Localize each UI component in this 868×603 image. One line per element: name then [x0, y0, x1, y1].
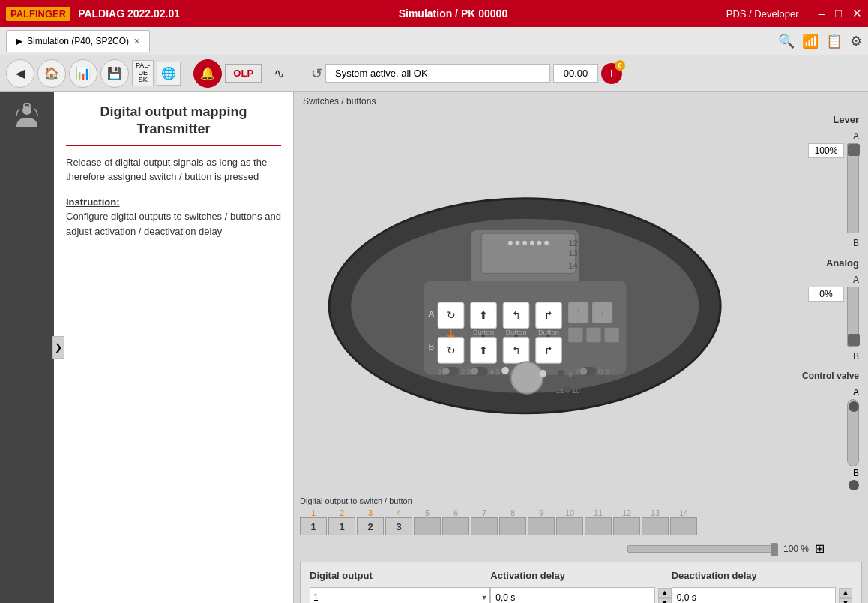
lever-a-control: 100%	[808, 143, 859, 233]
output-box-9[interactable]	[528, 518, 555, 536]
app-name: PALDIAG 2022.02.01	[78, 8, 180, 20]
svg-text:3: 3	[467, 367, 471, 375]
activation-down-btn[interactable]: ▼	[658, 598, 672, 604]
output-num-3: 3	[357, 508, 384, 518]
svg-rect-40	[605, 328, 619, 342]
svg-text:⬆: ⬆	[479, 310, 488, 321]
wifi-icon[interactable]: 📶	[802, 33, 819, 50]
wheel-svg: 12 13 14 A ↻	[311, 186, 746, 418]
minimize-btn[interactable]: –	[819, 7, 825, 20]
activation-delay-spinner[interactable]: ▲ ▼	[658, 588, 672, 604]
simulation-tab[interactable]: ▶ Simulation (P40, SP2CO) ✕	[6, 30, 150, 52]
sidebar-collapse-btn[interactable]: ❯	[52, 336, 64, 358]
h-slider-track[interactable]	[627, 545, 777, 553]
tab-bar: ▶ Simulation (P40, SP2CO) ✕ 🔍 📶 📋 ⚙	[0, 27, 868, 56]
panel-title: Digital output mappingTransmitter	[66, 104, 281, 139]
output-num-14: 14	[670, 508, 697, 518]
delay-section: Digital output Activation delay Deactiva…	[300, 562, 862, 603]
svg-rect-38	[568, 328, 582, 342]
wave-button[interactable]: ∿	[265, 59, 293, 88]
svg-text:13: 13	[568, 248, 578, 257]
save-button[interactable]: 💾	[100, 59, 129, 88]
globe-button[interactable]: 🌐	[157, 62, 181, 86]
output-box-12[interactable]	[613, 518, 640, 536]
tab-label: Simulation (P40, SP2CO)	[27, 36, 129, 46]
output-box-1[interactable]: 1	[300, 518, 327, 536]
simulation-title: Simulation / PK 00000	[187, 8, 719, 20]
search-icon[interactable]: 🔍	[778, 33, 795, 50]
info-button[interactable]: i 0	[601, 63, 622, 84]
output-select-wrapper: 1 2 3 ▼	[310, 587, 490, 603]
svg-text:A: A	[429, 308, 435, 318]
sidebar-user-icon[interactable]	[8, 98, 46, 135]
pal-button[interactable]: PAL-DESK	[132, 60, 154, 87]
lever-a-track[interactable]	[847, 143, 859, 233]
back-button[interactable]: ◀	[6, 59, 34, 88]
delay-col-activation: Activation delay	[490, 570, 671, 581]
output-num-9: 9	[528, 508, 555, 518]
svg-text:14: 14	[568, 260, 578, 270]
maximize-btn[interactable]: □	[835, 7, 842, 20]
home-button[interactable]: 🏠	[37, 59, 66, 88]
output-box-6[interactable]	[442, 518, 469, 536]
switches-label: Switches / buttons	[294, 92, 868, 108]
horn-button[interactable]: 🔔	[193, 59, 222, 88]
lever-b-label: B	[853, 238, 859, 248]
deactivation-delay-spinner[interactable]: ▲ ▼	[839, 588, 852, 604]
output-box-2[interactable]: 1	[328, 518, 355, 536]
analog-track[interactable]	[847, 286, 859, 346]
settings-icon[interactable]: ⚙	[850, 33, 862, 50]
svg-text:9: 9	[606, 367, 609, 375]
close-btn[interactable]: ✕	[852, 7, 862, 20]
output-box-5[interactable]	[414, 518, 441, 536]
right-controls: Lever A 100% B Analog A 0%	[757, 111, 862, 494]
svg-text:↻: ↻	[447, 310, 456, 321]
output-box-8[interactable]	[499, 518, 526, 536]
output-box-13[interactable]	[642, 518, 669, 536]
output-num-11: 11	[585, 508, 612, 518]
status-num: 00.00	[553, 64, 598, 82]
sidebar: ❯	[0, 92, 54, 603]
control-valve-label: Control valve	[760, 370, 859, 381]
activation-delay-group: 0,0 s ▲ ▼	[490, 587, 671, 603]
output-num-5: 5	[414, 508, 441, 518]
output-select[interactable]: 1 2 3	[310, 587, 490, 603]
olp-button[interactable]: OLP	[225, 64, 262, 82]
tab-close-btn[interactable]: ✕	[133, 37, 140, 46]
valve-track[interactable]	[847, 399, 859, 466]
status-icon: ↺	[311, 65, 322, 82]
bottom-section: Digital output to switch / button 123456…	[294, 496, 868, 603]
analog-thumb	[848, 334, 860, 346]
left-panel: Digital output mappingTransmitter Releas…	[54, 92, 294, 603]
clipboard-icon[interactable]: 📋	[826, 33, 843, 50]
svg-point-62	[558, 370, 565, 377]
deactivation-down-btn[interactable]: ▼	[839, 598, 852, 604]
output-box-4[interactable]: 3	[385, 518, 412, 536]
controller-area: 12 13 14 A ↻	[294, 108, 868, 496]
activation-delay-value: 0,0 s	[490, 587, 654, 603]
instruction-label: Instruction:	[66, 196, 120, 208]
svg-text:5: 5	[496, 367, 500, 375]
output-box-7[interactable]	[471, 518, 498, 536]
delay-inputs: 1 2 3 ▼ 0,0 s ▲ ▼	[310, 587, 852, 603]
delay-col-deactivation: Deactivation delay	[672, 570, 852, 581]
activation-up-btn[interactable]: ▲	[658, 588, 672, 598]
output-num-13: 13	[642, 508, 669, 518]
output-box-11[interactable]	[585, 518, 612, 536]
svg-text:1: 1	[438, 367, 441, 375]
svg-rect-5	[481, 233, 576, 273]
output-box-10[interactable]	[556, 518, 583, 536]
svg-point-11	[544, 241, 549, 245]
panel-divider	[66, 145, 281, 146]
output-mapping-label: Digital output to switch / button	[300, 496, 862, 506]
output-box-3[interactable]: 2	[357, 518, 384, 536]
fullscreen-icon[interactable]: ⊞	[815, 542, 825, 556]
window-controls[interactable]: – □ ✕	[819, 7, 862, 20]
monitor-button[interactable]: 📊	[69, 59, 97, 88]
svg-point-6	[508, 241, 513, 245]
output-box-14[interactable]	[670, 518, 697, 536]
output-num-6: 6	[442, 508, 469, 518]
deactivation-up-btn[interactable]: ▲	[839, 588, 852, 598]
output-num-row: 1234567891011121314	[300, 508, 862, 518]
svg-text:7: 7	[576, 367, 579, 375]
